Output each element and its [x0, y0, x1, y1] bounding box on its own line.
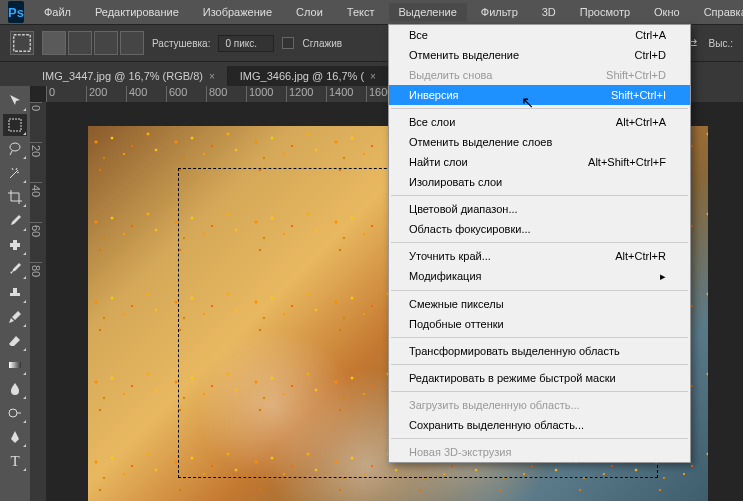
menu-текст[interactable]: Текст: [337, 3, 385, 21]
menu-фильтр[interactable]: Фильтр: [471, 3, 528, 21]
menu-3d[interactable]: 3D: [532, 3, 566, 21]
crop-tool[interactable]: [3, 186, 27, 208]
move-tool[interactable]: [3, 90, 27, 112]
menu-item[interactable]: Область фокусировки...: [389, 219, 690, 239]
document-tab[interactable]: IMG_3466.jpg @ 16,7% (×: [228, 66, 389, 86]
menu-item[interactable]: Цветовой диапазон...: [389, 199, 690, 219]
blur-tool[interactable]: [3, 378, 27, 400]
svg-point-5: [9, 409, 17, 417]
menu-item[interactable]: Трансформировать выделенную область: [389, 341, 690, 361]
menu-выделение[interactable]: Выделение: [389, 3, 467, 21]
feather-input[interactable]: [218, 35, 274, 52]
menu-item[interactable]: Смежные пикселы: [389, 294, 690, 314]
svg-rect-1: [9, 119, 21, 131]
marquee-tool[interactable]: [3, 114, 27, 136]
selection-subtract-icon[interactable]: [94, 31, 118, 55]
height-label: Выс.:: [709, 38, 733, 49]
lasso-tool[interactable]: [3, 138, 27, 160]
smooth-checkbox[interactable]: [282, 37, 294, 49]
selection-intersect-icon[interactable]: [120, 31, 144, 55]
close-icon[interactable]: ×: [370, 71, 376, 82]
wand-tool[interactable]: [3, 162, 27, 184]
menubar: Ps ФайлРедактированиеИзображениеСлоиТекс…: [0, 0, 743, 24]
menu-item[interactable]: Отменить выделение слоев: [389, 132, 690, 152]
selection-add-icon[interactable]: [68, 31, 92, 55]
pen-tool[interactable]: [3, 426, 27, 448]
document-tab[interactable]: IMG_3447.jpg @ 16,7% (RGB/8)×: [30, 66, 228, 86]
brush-tool[interactable]: [3, 258, 27, 280]
menu-редактирование[interactable]: Редактирование: [85, 3, 189, 21]
feather-label: Растушевка:: [152, 38, 210, 49]
svg-rect-4: [9, 362, 21, 368]
menu-item[interactable]: ИнверсияShift+Ctrl+I: [389, 85, 690, 105]
menu-справка[interactable]: Справка: [694, 3, 743, 21]
close-icon[interactable]: ×: [209, 71, 215, 82]
menu-item[interactable]: Модификация▸: [389, 266, 690, 287]
svg-rect-3: [13, 240, 17, 250]
history-brush-tool[interactable]: [3, 306, 27, 328]
menu-item[interactable]: Сохранить выделенную область...: [389, 415, 690, 435]
marquee-tool-icon[interactable]: [10, 31, 34, 55]
smooth-label: Сглажив: [302, 38, 342, 49]
menu-item[interactable]: Все слоиAlt+Ctrl+A: [389, 112, 690, 132]
menu-окно[interactable]: Окно: [644, 3, 690, 21]
selection-menu-dropdown: ВсеCtrl+AОтменить выделениеCtrl+DВыделит…: [388, 24, 691, 463]
eyedropper-tool[interactable]: [3, 210, 27, 232]
eraser-tool[interactable]: [3, 330, 27, 352]
gradient-tool[interactable]: [3, 354, 27, 376]
selection-new-icon[interactable]: [42, 31, 66, 55]
menu-item: Выделить сноваShift+Ctrl+D: [389, 65, 690, 85]
stamp-tool[interactable]: [3, 282, 27, 304]
menu-item[interactable]: Найти слоиAlt+Shift+Ctrl+F: [389, 152, 690, 172]
heal-tool[interactable]: [3, 234, 27, 256]
menu-изображение[interactable]: Изображение: [193, 3, 282, 21]
menu-item[interactable]: Подобные оттенки: [389, 314, 690, 334]
menu-item: Новая 3D-экструзия: [389, 442, 690, 462]
menu-файл[interactable]: Файл: [34, 3, 81, 21]
menu-item: Загрузить выделенную область...: [389, 395, 690, 415]
menu-item[interactable]: Уточнить край...Alt+Ctrl+R: [389, 246, 690, 266]
menu-слои[interactable]: Слои: [286, 3, 333, 21]
menu-item[interactable]: Отменить выделениеCtrl+D: [389, 45, 690, 65]
menu-просмотр[interactable]: Просмотр: [570, 3, 640, 21]
dodge-tool[interactable]: [3, 402, 27, 424]
svg-rect-0: [14, 35, 31, 52]
menu-item[interactable]: Редактировать в режиме быстрой маски: [389, 368, 690, 388]
vertical-ruler: 020406080: [30, 102, 46, 501]
type-tool[interactable]: T: [3, 450, 27, 472]
tools-panel: T: [0, 86, 30, 501]
app-logo: Ps: [8, 1, 24, 23]
menu-item[interactable]: ВсеCtrl+A: [389, 25, 690, 45]
menu-item[interactable]: Изолировать слои: [389, 172, 690, 192]
